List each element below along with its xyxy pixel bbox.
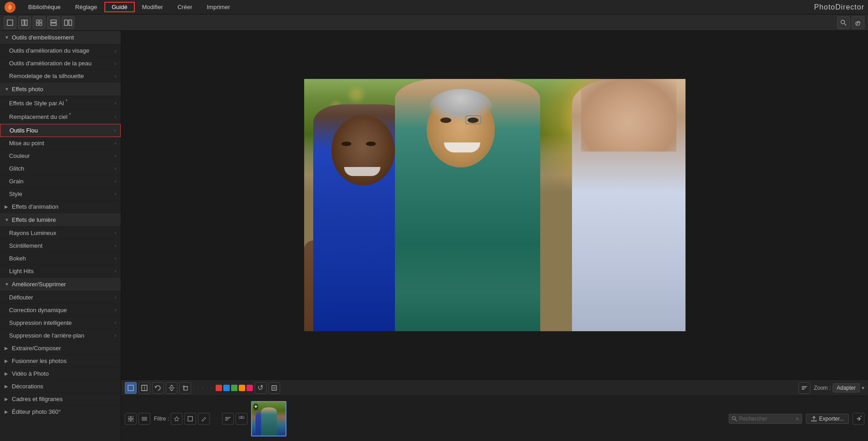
color-pink[interactable] [247, 385, 253, 391]
sidebar-item-glitch[interactable]: Glitch › [0, 162, 121, 175]
chevron-icon: › [114, 153, 116, 158]
section-editeur-360[interactable]: ▶ Éditeur photo 360° [0, 406, 121, 418]
sidebar-item-style[interactable]: Style › [0, 188, 121, 201]
chevron-icon: › [114, 230, 116, 235]
section-effets-photo[interactable]: ▼ Effets photo [0, 83, 121, 96]
chevron-icon: › [114, 320, 116, 325]
selection-rect-btn[interactable] [125, 382, 137, 394]
section-outils-embellissement[interactable]: ▼ Outils d'embellissement [0, 31, 121, 44]
sidebar-item-couleur[interactable]: Couleur › [0, 150, 121, 162]
color-red[interactable] [216, 385, 222, 391]
section-decorations[interactable]: ▶ Décorations [0, 380, 121, 393]
sidebar-item-rayons-lumineux[interactable]: Rayons Lumineux › [0, 227, 121, 240]
filmstrip-search-box[interactable]: × [729, 414, 802, 424]
hand-tool-btn[interactable] [852, 16, 864, 29]
section-fusionner[interactable]: ▶ Fusionner les photos [0, 355, 121, 368]
filter-edit-btn[interactable] [198, 413, 210, 425]
sidebar-item-mise-au-point[interactable]: Mise au point › [0, 137, 121, 150]
sidebar-item-outils-flou[interactable]: Outils Flou › [0, 124, 121, 137]
comparison-view-btn[interactable] [18, 16, 31, 29]
filter-star-btn[interactable] [171, 413, 182, 425]
sidebar-item-suppression-intelligente[interactable]: Suppression intelligente › [0, 317, 121, 329]
section-label-video: Vidéo à Photo [12, 370, 49, 377]
thumb-star-icon: ✦ [253, 403, 258, 410]
filmstrip-group-btn[interactable] [236, 413, 247, 425]
item-label: Outils d'amélioration de la peau [9, 60, 92, 67]
zoom-value[interactable]: Adapter [833, 383, 860, 392]
svg-rect-39 [242, 416, 244, 418]
export-icon [811, 416, 817, 422]
item-label: Style [9, 191, 22, 197]
crop-btn[interactable] [179, 382, 191, 394]
filmstrip-sort-group [222, 413, 247, 425]
grid-view-btn[interactable] [33, 16, 45, 29]
sidebar-item-amelioration-peau[interactable]: Outils d'amélioration de la peau › [0, 57, 121, 70]
filmstrip-list-btn[interactable] [138, 413, 150, 425]
sidebar-item-bokeh[interactable]: Bokeh › [0, 252, 121, 265]
chevron-icon: › [114, 74, 116, 79]
comparison-rect-btn[interactable] [138, 382, 150, 394]
reset-btn[interactable]: ↺ [255, 382, 266, 394]
sidebar-item-scintillement[interactable]: Scintillement › [0, 240, 121, 252]
before-after-h-btn[interactable] [47, 16, 60, 29]
filmstrip-grid-btn[interactable] [125, 413, 137, 425]
item-label: Light Hits [9, 268, 34, 274]
section-label-cadres: Cadres et filigranes [12, 396, 63, 402]
item-label: Grain [9, 178, 24, 185]
section-ameliorer-supprimer[interactable]: ▼ Améliorer/Supprimer [0, 278, 121, 291]
sidebar-item-style-ai[interactable]: Effets de Style par AI * › [0, 96, 121, 110]
share-btn[interactable] [853, 413, 864, 425]
svg-point-13 [841, 20, 845, 24]
color-green[interactable] [231, 385, 237, 391]
sort-btn[interactable] [799, 382, 810, 394]
sidebar-item-suppression-arriere-plan[interactable]: Suppression de l'arrière-plan › [0, 329, 121, 342]
menu-creer[interactable]: Créer [170, 2, 200, 12]
menu-modifier[interactable]: Modifier [135, 2, 170, 12]
svg-point-22 [273, 387, 275, 389]
filter-rect-btn[interactable] [184, 413, 196, 425]
canvas-fit-btn[interactable] [268, 382, 280, 394]
search-tool-btn[interactable] [837, 16, 850, 29]
sidebar-item-correction-dynamique[interactable]: Correction dynamique › [0, 304, 121, 317]
photo-display [304, 79, 686, 331]
sidebar-item-deflouter[interactable]: Déflouter › [0, 291, 121, 304]
export-button[interactable]: Exporter... [806, 414, 849, 424]
filmstrip-search-clear[interactable]: × [795, 415, 799, 422]
color-orange[interactable] [239, 385, 245, 391]
sidebar-item-remplacement-ciel[interactable]: Remplacement du ciel * › [0, 110, 121, 123]
menu-imprimer[interactable]: Imprimer [199, 2, 237, 12]
flip-btn[interactable] [166, 382, 178, 394]
zoom-dropdown-arrow[interactable]: ▾ [862, 385, 864, 391]
chevron-icon: › [114, 255, 116, 261]
section-extraire-composer[interactable]: ▶ Extraire/Composer [0, 342, 121, 355]
chevron-icon: › [114, 333, 116, 338]
menu-reglage[interactable]: Réglage [68, 2, 104, 12]
sidebar-item-grain[interactable]: Grain › [0, 175, 121, 188]
rotate-btn[interactable] [152, 382, 164, 394]
zoom-control: Zoom : Adapter ▾ [814, 383, 864, 392]
color-blue[interactable] [223, 385, 230, 391]
section-cadres-filigranes[interactable]: ▶ Cadres et filigranes [0, 393, 121, 406]
filmstrip-search-input[interactable] [739, 416, 794, 422]
section-effets-lumiere[interactable]: ▼ Effets de lumière [0, 213, 121, 227]
svg-rect-28 [128, 419, 130, 421]
photo-thumbnail[interactable]: ✦ [251, 401, 286, 436]
sidebar-item-amelioration-visage[interactable]: Outils d'amélioration du visage › [0, 44, 121, 57]
menu-bar-left: Bibliothèque Réglage Guidé Modifier Crée… [4, 1, 237, 14]
section-video-photo[interactable]: ▶ Vidéo à Photo [0, 368, 121, 380]
sidebar-item-light-hits[interactable]: Light Hits › [0, 265, 121, 278]
filmstrip-search-icon [732, 416, 737, 421]
zoom-label: Zoom : [814, 385, 831, 391]
chevron-icon: › [114, 307, 116, 313]
section-arrow-effets: ▼ [5, 87, 9, 92]
menu-guide[interactable]: Guidé [104, 2, 135, 12]
section-effets-animation[interactable]: ▶ Effets d'animation [0, 201, 121, 213]
menu-bibliotheque[interactable]: Bibliothèque [21, 2, 68, 12]
item-label: Effets de Style par AI * [9, 99, 68, 107]
section-label-360: Éditeur photo 360° [12, 408, 61, 415]
section-label-extraire: Extraire/Composer [12, 345, 61, 352]
sidebar-item-remodelage[interactable]: Remodelage de la silhouette › [0, 70, 121, 83]
filmstrip-sort-order-btn[interactable] [222, 413, 234, 425]
before-after-v-btn[interactable] [62, 16, 74, 29]
single-view-btn[interactable] [4, 16, 16, 29]
